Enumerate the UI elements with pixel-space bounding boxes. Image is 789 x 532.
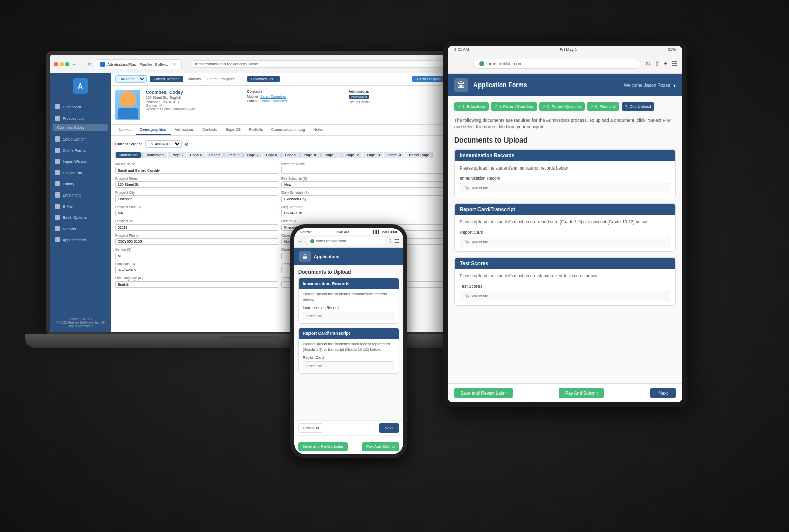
sub-tab-page6[interactable]: Page 6 [224, 152, 243, 158]
tablet-tabs-button[interactable]: ☷ [671, 60, 677, 67]
tablet-step-parent-question[interactable]: ✓ 5. Parent Question [539, 102, 585, 111]
sidebar-item-prospect-list[interactable]: Prospect List [50, 113, 111, 124]
sub-tab-page3[interactable]: Page 3 [168, 152, 186, 158]
sub-tab-student-info[interactable]: Student Info [115, 152, 142, 158]
sub-tab-page13[interactable]: Page 13 [363, 152, 383, 158]
input-birth-date[interactable] [115, 267, 278, 273]
sidebar-item-reports[interactable]: Reports [50, 223, 111, 234]
coombes-user-btn[interactable]: Coombes, Us... [247, 76, 280, 82]
sub-tab-health-med[interactable]: Health/Med [142, 152, 167, 158]
tab-admissions[interactable]: Admissions [171, 125, 198, 135]
sub-tab-page4[interactable]: Page 4 [187, 152, 205, 158]
input-prospect-phone[interactable] [115, 238, 278, 245]
tablet-doc-scores-file[interactable]: 📎 Select file [460, 291, 670, 301]
tablet-doc-report-file[interactable]: 📎 Select file [460, 237, 670, 247]
phone-share-button[interactable]: ⇧ [388, 238, 392, 244]
input-prospect-state[interactable] [115, 210, 278, 216]
add-prospect-button[interactable]: + Add Prospect [412, 76, 445, 82]
input-prospect-city[interactable] [115, 195, 278, 202]
settings-icon[interactable]: ⚙ [185, 142, 189, 147]
phone-next-button[interactable]: Next [379, 423, 399, 433]
sidebar-selected-prospect[interactable]: Coombes, Codey [53, 124, 108, 131]
tab-contacts[interactable]: Contacts [198, 125, 221, 135]
sub-tab-page10[interactable]: Page 10 [300, 152, 321, 158]
tab-lookup[interactable]: Lookup [115, 125, 136, 135]
tab-demographics[interactable]: Demographics [136, 125, 171, 135]
field-fee-schedule: Fee Schedule (S) [281, 177, 445, 188]
phone-url-bar[interactable]: forms.rediker.com [305, 237, 386, 245]
father-name-link[interactable]: Gerard Coombes [259, 99, 287, 103]
phone-doc-report-file[interactable]: Select file [303, 361, 394, 370]
tablet-save-revisit-button[interactable]: Save and Revisit Later [454, 388, 513, 398]
input-mailing-name[interactable] [115, 167, 278, 174]
tablet-url-bar[interactable]: forms.rediker.com [473, 59, 641, 69]
tablet-refresh-button[interactable]: ↻ [645, 60, 651, 67]
input-preferred-name[interactable] [281, 167, 445, 174]
sub-tab-page5[interactable]: Page 5 [206, 152, 224, 158]
phone-tabs-button[interactable]: ☷ [394, 238, 399, 244]
tablet-share-button[interactable]: ⇧ [655, 60, 660, 67]
minimize-window-button[interactable] [60, 62, 64, 66]
back-button[interactable]: ← [72, 62, 77, 67]
sidebar-item-batch[interactable]: Batch Options [50, 212, 111, 223]
close-tab-icon[interactable]: ✕ [173, 62, 176, 67]
sidebar-item-appointments[interactable]: Appointments [50, 234, 111, 245]
tab-notes[interactable]: Notes [309, 125, 327, 135]
input-req-start-date[interactable] [281, 210, 445, 216]
input-daily-schedule[interactable] [281, 195, 445, 202]
tablet-doc-immunization-file[interactable]: 📎 Select file [460, 183, 670, 193]
tab-portfolio[interactable]: Portfolio [245, 125, 267, 135]
input-gender[interactable] [115, 253, 278, 259]
input-prospect-zip[interactable] [115, 224, 278, 231]
sub-tab-page11[interactable]: Page 11 [321, 152, 342, 158]
phone-doc-immunization-file[interactable]: Select file [303, 312, 394, 320]
sub-tab-page9[interactable]: Page 9 [281, 152, 300, 158]
sidebar-item-lottery[interactable]: Lottery [50, 178, 111, 189]
sub-tab-page7[interactable]: Page 7 [243, 152, 262, 158]
sidebar-item-email[interactable]: E-Mail [50, 201, 111, 212]
sidebar-label-reports: Reports [63, 227, 76, 231]
mother-name-link[interactable]: Sarah Coombes [260, 95, 286, 98]
tab-superdb[interactable]: SuperDB [221, 125, 245, 135]
sub-tab-page8[interactable]: Page 8 [263, 152, 281, 158]
sub-tab-trainer[interactable]: Trainer Page [405, 152, 432, 158]
tablet-step-parent-guardian[interactable]: ✓ 4. Parent/Guardian [491, 102, 537, 111]
forward-button[interactable]: → [80, 62, 84, 67]
input-fee-schedule[interactable] [281, 181, 445, 188]
tablet-chevron-down-icon[interactable]: ▾ [673, 82, 676, 88]
input-first-language[interactable] [115, 281, 278, 288]
phone-back-button[interactable]: ← [298, 238, 303, 244]
sub-tab-page14[interactable]: Page 14 [384, 152, 404, 158]
phone-pay-submit-button[interactable]: Pay And Submit [362, 442, 399, 451]
search-prospects-input[interactable] [204, 76, 244, 82]
sidebar-item-import-wizard[interactable]: Import Wizard [50, 156, 111, 167]
tablet-step-doc-upload[interactable]: 7. Doc Upload [622, 102, 655, 111]
sidebar-item-dashboard[interactable]: Dashboard [50, 101, 111, 113]
sidebar-item-setup[interactable]: Setup Center [50, 133, 111, 145]
close-window-button[interactable] [54, 62, 58, 66]
tablet-back-button[interactable]: ← [453, 60, 459, 67]
phone-previous-button[interactable]: Previous [298, 423, 323, 433]
tablet-next-button[interactable]: Next [650, 388, 676, 398]
sidebar-item-enrollment[interactable]: Enrollment [50, 189, 111, 201]
sidebar-item-online-forms[interactable]: Online Forms [50, 145, 111, 156]
refresh-button[interactable]: ↻ [88, 62, 92, 67]
input-prospect-street[interactable] [115, 181, 278, 188]
clifford-reagan-filter[interactable]: Clifford, Reagan [150, 76, 183, 82]
phone-save-revisit-button[interactable]: Save and Revisit Later [298, 442, 348, 451]
tablet-forward-button[interactable]: → [463, 60, 469, 67]
new-tab-button[interactable]: + [185, 61, 188, 67]
screen-dropdown[interactable]: STANDARD [145, 140, 182, 148]
tab-communication-log[interactable]: Communication Log [267, 125, 309, 135]
sub-tab-page12[interactable]: Page 12 [342, 152, 362, 158]
sidebar-label-lottery: Lottery [63, 182, 74, 186]
maximize-window-button[interactable] [65, 62, 69, 66]
browser-tab[interactable]: AdmissionsPlus - Rediker Softw... ✕ [95, 59, 182, 69]
tablet-step-education[interactable]: ✓ 3. Education [454, 102, 489, 111]
tablet-add-tab-button[interactable]: + [664, 60, 667, 67]
year-selector[interactable]: All Years [115, 75, 147, 83]
sidebar-item-holding-bin[interactable]: Holding Bin [50, 167, 111, 178]
url-bar[interactable] [190, 60, 445, 68]
tablet-pay-submit-button[interactable]: Pay And Submit [559, 388, 604, 398]
tablet-step-financial[interactable]: ✓ 6. Financial [587, 102, 619, 111]
